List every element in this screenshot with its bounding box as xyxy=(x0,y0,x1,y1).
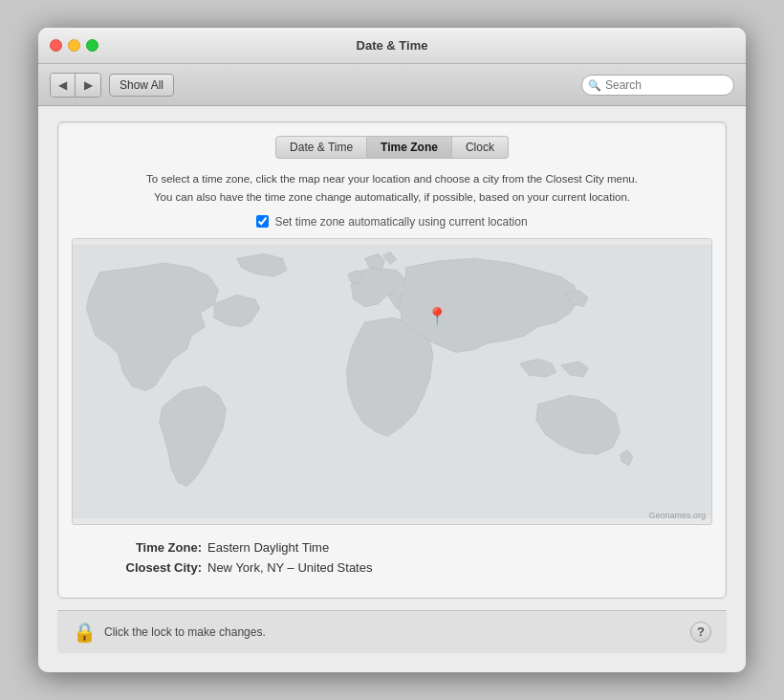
close-button[interactable] xyxy=(50,39,62,52)
map-svg xyxy=(73,239,711,524)
minimize-button[interactable] xyxy=(68,39,80,52)
timezone-row: Time Zone: Eastern Daylight Time xyxy=(87,540,697,555)
window-title: Date & Time xyxy=(357,38,428,53)
lock-label: Click the lock to make changes. xyxy=(104,625,266,639)
tab-clock[interactable]: Clock xyxy=(452,136,509,159)
auto-timezone-label: Set time zone automatically using curren… xyxy=(274,215,527,229)
inner-panel: Date & Time Time Zone Clock To select a … xyxy=(57,121,727,599)
map-watermark: Geonames.org xyxy=(648,511,706,520)
tab-time-zone[interactable]: Time Zone xyxy=(367,136,452,159)
tab-bar: Date & Time Time Zone Clock xyxy=(72,136,712,159)
traffic-lights xyxy=(50,39,98,52)
show-all-button[interactable]: Show All xyxy=(109,74,174,97)
toolbar: ◀ ▶ Show All 🔍 xyxy=(38,64,746,106)
city-row: Closest City: New York, NY – United Stat… xyxy=(87,560,697,575)
info-section: Time Zone: Eastern Daylight Time Closest… xyxy=(72,536,712,584)
zoom-button[interactable] xyxy=(86,39,98,52)
city-label: Closest City: xyxy=(87,560,202,575)
city-value: New York, NY – United States xyxy=(207,560,372,575)
world-map[interactable]: 📍 Geonames.org xyxy=(72,238,712,525)
auto-timezone-checkbox[interactable] xyxy=(256,215,269,228)
auto-timezone-row: Set time zone automatically using curren… xyxy=(72,215,712,229)
help-button[interactable]: ? xyxy=(690,622,711,643)
location-pin: 📍 xyxy=(426,308,447,325)
search-bar: 🔍 xyxy=(581,75,734,96)
main-window: Date & Time ◀ ▶ Show All 🔍 Date & Time T… xyxy=(38,28,746,672)
lock-icon[interactable]: 🔒 xyxy=(73,621,97,644)
instructions: To select a time zone, click the map nea… xyxy=(72,170,712,206)
back-button[interactable]: ◀ xyxy=(51,74,76,97)
tab-date-time[interactable]: Date & Time xyxy=(275,136,367,159)
nav-buttons: ◀ ▶ xyxy=(50,73,101,98)
forward-button[interactable]: ▶ xyxy=(76,74,100,97)
bottom-bar: 🔒 Click the lock to make changes. ? xyxy=(57,610,727,653)
timezone-value: Eastern Daylight Time xyxy=(207,540,329,555)
search-input[interactable] xyxy=(581,75,734,96)
search-icon: 🔍 xyxy=(588,78,601,91)
timezone-label: Time Zone: xyxy=(87,540,202,555)
content-area: Date & Time Time Zone Clock To select a … xyxy=(38,106,746,672)
title-bar: Date & Time xyxy=(38,28,746,64)
